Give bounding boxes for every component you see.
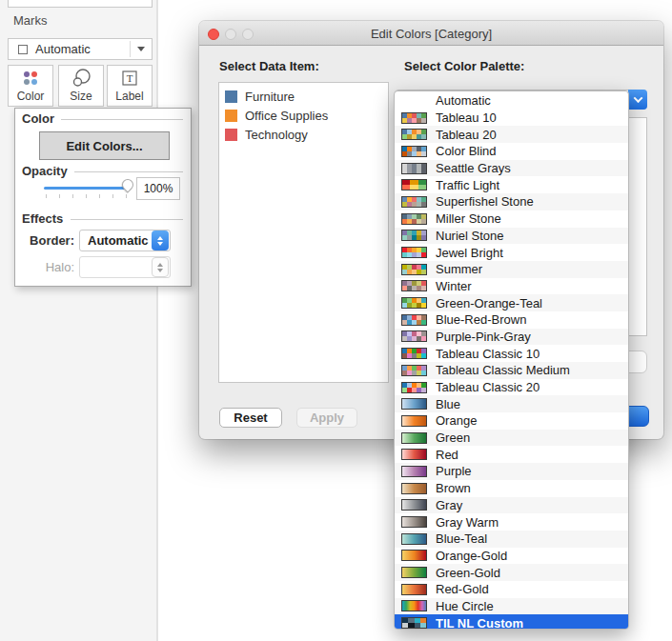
size-button-label: Size	[70, 90, 92, 103]
stepper-icon[interactable]	[152, 257, 169, 277]
palette-swatch-icon	[401, 365, 427, 376]
chevron-down-icon	[633, 93, 642, 103]
palette-option-label: Blue	[436, 397, 460, 411]
color-dots-icon	[9, 66, 52, 90]
stepper-icon[interactable]	[152, 230, 169, 250]
palette-option[interactable]: Seattle Grays	[395, 160, 628, 177]
palette-option[interactable]: Tableau Classic 10	[395, 345, 628, 362]
halo-dropdown[interactable]	[79, 256, 171, 278]
palette-swatch-icon	[401, 432, 427, 444]
palette-option[interactable]: Gray	[395, 497, 628, 514]
data-item-list[interactable]: FurnitureOffice SuppliesTechnology	[218, 82, 389, 383]
text-label-icon: T	[108, 66, 152, 90]
palette-option-label: Green-Gold	[436, 566, 500, 580]
dialog-title: Edit Colors [Category]	[199, 27, 663, 41]
palette-option[interactable]: Orange-Gold	[395, 548, 628, 565]
palette-swatch-icon	[401, 483, 427, 494]
palette-swatch-icon	[401, 264, 427, 275]
palette-option[interactable]: Hue Circle	[395, 598, 628, 615]
palette-option[interactable]: Jewel Bright	[395, 244, 628, 261]
palette-option[interactable]: Winter	[395, 278, 628, 295]
palette-option[interactable]: Color Blind	[395, 143, 628, 160]
border-dropdown[interactable]: Automatic	[79, 230, 171, 251]
palette-option[interactable]: Blue	[395, 395, 628, 412]
slider-tick	[99, 194, 100, 198]
data-item-row[interactable]: Furniture	[219, 87, 388, 106]
chevron-down-icon[interactable]	[131, 47, 152, 51]
palette-option-label: Miller Stone	[436, 211, 501, 226]
palette-option[interactable]: Miller Stone	[395, 210, 628, 228]
slider-tick	[46, 194, 47, 198]
palette-option[interactable]: Superfishel Stone	[395, 193, 628, 210]
palette-option-label: Tableau Classic Medium	[436, 363, 570, 377]
palette-menu: AutomaticTableau 10Tableau 20Color Blind…	[394, 90, 629, 630]
border-label: Border:	[15, 233, 74, 248]
palette-option-label: Color Blind	[436, 144, 497, 158]
palette-select-button[interactable]	[628, 90, 647, 110]
palette-option[interactable]: Green	[395, 430, 628, 447]
palette-option[interactable]: Tableau Classic 20	[395, 379, 628, 396]
palette-option[interactable]: Purple-Pink-Gray	[395, 329, 628, 346]
palette-option-label: Gray	[436, 498, 462, 512]
slider-tick	[59, 194, 60, 198]
palette-option[interactable]: Tableau 20	[395, 126, 628, 143]
palette-option[interactable]: Summer	[395, 261, 628, 278]
palette-option[interactable]: Traffic Light	[395, 176, 628, 193]
palette-option[interactable]: Purple	[395, 463, 628, 480]
palette-swatch-icon	[401, 179, 427, 190]
data-item-row[interactable]: Technology	[219, 125, 388, 144]
edit-colors-button[interactable]: Edit Colors...	[39, 131, 170, 160]
apply-button[interactable]: Apply	[296, 408, 357, 428]
palette-swatch-icon	[401, 516, 427, 528]
palette-option[interactable]: Green-Orange-Teal	[395, 294, 628, 311]
palette-option[interactable]: TIL NL Custom	[395, 614, 628, 630]
opacity-slider-thumb[interactable]	[120, 177, 136, 193]
palette-option[interactable]: Green-Gold	[395, 564, 628, 581]
mark-type-dropdown[interactable]: Automatic	[8, 38, 153, 60]
palette-option-label: Nuriel Stone	[436, 229, 504, 243]
dialog-titlebar[interactable]: Edit Colors [Category]	[199, 21, 663, 46]
palette-option-label: Seattle Grays	[436, 161, 511, 175]
data-item-swatch	[225, 129, 237, 141]
halo-label: Halo:	[15, 260, 74, 274]
palette-option[interactable]: Brown	[395, 480, 628, 497]
palette-option[interactable]: Gray Warm	[395, 513, 628, 531]
palette-option[interactable]: Red-Gold	[395, 581, 628, 598]
palette-option[interactable]: Orange	[395, 412, 628, 430]
opacity-value-field[interactable]: 100%	[136, 177, 180, 200]
palette-swatch-icon	[401, 466, 427, 477]
palette-option[interactable]: Automatic	[395, 92, 628, 110]
palette-option-label: Green	[436, 431, 470, 445]
palette-option-label: Purple-Pink-Gray	[436, 330, 531, 344]
data-item-row[interactable]: Office Supplies	[219, 106, 388, 125]
label-button[interactable]: T Label	[107, 65, 153, 107]
reset-button[interactable]: Reset	[219, 408, 282, 428]
data-item-label: Technology	[245, 128, 308, 142]
palette-option[interactable]: Red	[395, 446, 628, 463]
size-button[interactable]: Size	[58, 65, 104, 107]
palette-option[interactable]: Nuriel Stone	[395, 228, 628, 245]
palette-option-label: Gray Warm	[436, 515, 499, 530]
palette-option-label: TIL NL Custom	[436, 616, 523, 630]
color-button[interactable]: Color	[8, 65, 53, 107]
palette-option-label: Superfishel Stone	[436, 194, 534, 209]
palette-swatch-icon	[401, 382, 427, 393]
palette-option-label: Brown	[436, 481, 471, 495]
palette-option[interactable]: Tableau 10	[395, 110, 628, 127]
palette-option-label: Tableau 20	[436, 128, 497, 142]
divider	[74, 171, 183, 172]
palette-option-label: Blue-Red-Brown	[436, 312, 526, 327]
palette-option[interactable]: Blue-Teal	[395, 531, 628, 548]
palette-option-label: Green-Orange-Teal	[436, 296, 542, 310]
opacity-slider-track[interactable]	[44, 187, 128, 190]
palette-option[interactable]: Blue-Red-Brown	[395, 311, 628, 329]
select-data-item-label: Select Data Item:	[219, 59, 319, 73]
palette-swatch-icon	[401, 213, 427, 225]
palette-swatch-icon	[401, 112, 427, 124]
palette-swatch-icon	[401, 398, 427, 410]
data-item-swatch	[225, 90, 237, 103]
palette-option[interactable]: Tableau Classic Medium	[395, 362, 628, 379]
palette-option-label: Jewel Bright	[436, 246, 503, 260]
palette-option-label: Red	[436, 448, 458, 462]
color-button-label: Color	[17, 90, 45, 103]
